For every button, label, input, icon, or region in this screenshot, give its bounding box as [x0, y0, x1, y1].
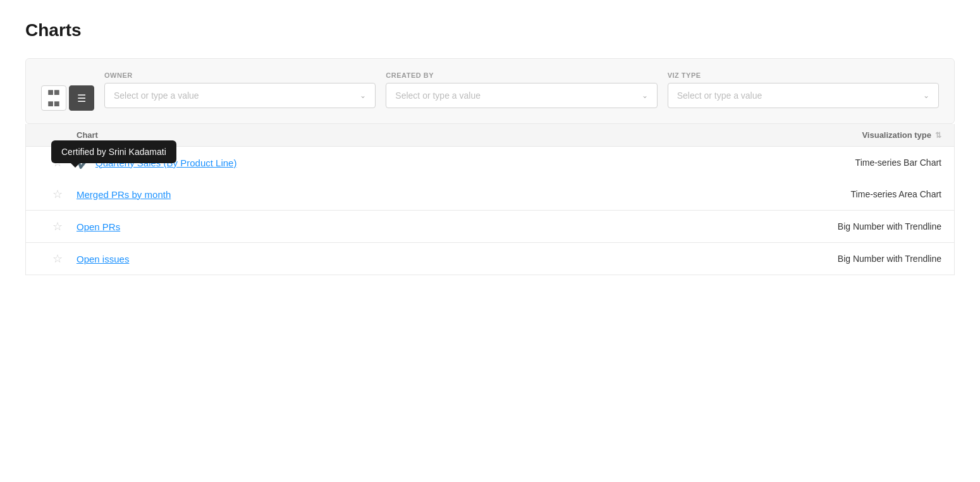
- viz-type-cell: Big Number with Trendline: [752, 221, 941, 232]
- page-title: Charts: [25, 20, 955, 40]
- viz-type-cell: Time-series Bar Chart: [752, 158, 941, 168]
- table-row: ☆ Merged PRs by month Time-series Area C…: [26, 178, 954, 211]
- charts-table: Chart Visualization type ⇅ Certified by …: [25, 124, 955, 275]
- viz-type-filter-group: VIZ TYPE Select or type a value ⌄: [668, 71, 939, 108]
- viz-type-filter-arrow-icon: ⌄: [923, 91, 929, 100]
- favorite-star-icon[interactable]: ☆: [52, 219, 63, 233]
- table-row: ☆ Open PRs Big Number with Trendline: [26, 211, 954, 243]
- created-by-filter-label: CREATED BY: [386, 71, 657, 79]
- chart-name-link[interactable]: Open PRs: [77, 221, 120, 232]
- owner-filter-label: OWNER: [104, 71, 376, 79]
- chart-name-cell: Open PRs: [77, 221, 752, 232]
- favorite-star-icon[interactable]: ☆: [52, 252, 63, 266]
- owner-filter-placeholder: Select or type a value: [114, 90, 199, 101]
- first-row-wrapper: Certified by Srini Kadamati ☆ ✔️ Quarter…: [26, 147, 954, 178]
- star-cell: ☆: [39, 187, 77, 201]
- chart-name-link[interactable]: Merged PRs by month: [77, 189, 171, 200]
- owner-filter-select[interactable]: Select or type a value ⌄: [104, 83, 376, 108]
- viz-type-filter-label: VIZ TYPE: [668, 71, 939, 79]
- grid-icon: ■■■■: [47, 87, 59, 109]
- favorite-star-icon[interactable]: ☆: [52, 187, 63, 201]
- grid-view-button[interactable]: ■■■■: [41, 85, 66, 111]
- table-row: ☆ Open issues Big Number with Trendline: [26, 243, 954, 275]
- owner-filter-group: OWNER Select or type a value ⌄: [104, 71, 376, 108]
- chart-name-cell: ✔️ Quarterly Sales (By Product Line): [77, 156, 752, 170]
- view-toggles: ■■■■ ☰: [41, 85, 94, 111]
- viz-type-column-header: Visualization type ⇅: [752, 130, 941, 140]
- created-by-filter-placeholder: Select or type a value: [395, 90, 481, 101]
- chart-column-header: Chart: [77, 130, 752, 140]
- viz-type-cell: Big Number with Trendline: [752, 254, 941, 264]
- viz-type-filter-placeholder: Select or type a value: [677, 90, 763, 101]
- created-by-filter-select[interactable]: Select or type a value ⌄: [386, 83, 657, 108]
- list-icon: ☰: [77, 92, 86, 104]
- chart-name-link[interactable]: Open issues: [77, 254, 129, 264]
- viz-type-cell: Time-series Area Chart: [752, 189, 941, 199]
- owner-filter-arrow-icon: ⌄: [360, 91, 366, 100]
- created-by-filter-arrow-icon: ⌄: [642, 91, 648, 100]
- filters-bar: ■■■■ ☰ OWNER Select or type a value ⌄ CR…: [25, 58, 955, 124]
- star-cell: ☆: [39, 219, 77, 233]
- certified-tooltip: Certified by Srini Kadamati: [51, 140, 176, 163]
- star-cell: ☆: [39, 252, 77, 266]
- chart-name-cell: Open issues: [77, 254, 752, 264]
- list-view-button[interactable]: ☰: [69, 85, 94, 111]
- viz-type-filter-select[interactable]: Select or type a value ⌄: [668, 83, 939, 108]
- created-by-filter-group: CREATED BY Select or type a value ⌄: [386, 71, 657, 108]
- viz-type-header-label: Visualization type: [862, 130, 931, 140]
- chart-name-cell: Merged PRs by month: [77, 189, 752, 200]
- sort-icon: ⇅: [935, 131, 941, 140]
